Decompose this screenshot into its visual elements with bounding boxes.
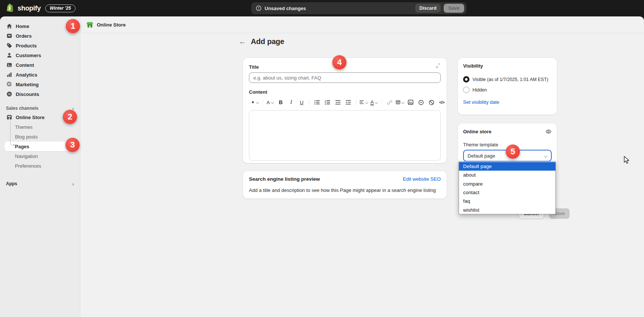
shopify-bag-icon: [6, 3, 15, 13]
annotation-step-4: 4: [332, 55, 346, 69]
breadcrumb: Online Store: [97, 22, 126, 28]
visibility-card-title: Visibility: [463, 63, 552, 69]
storefront-icon: [6, 114, 12, 121]
sidebar-item-discounts[interactable]: Discounts: [3, 89, 77, 99]
shopify-logo-text: shopify: [18, 4, 41, 12]
eye-icon[interactable]: [545, 128, 552, 135]
text-style-button[interactable]: A: [265, 98, 275, 107]
dropdown-option-wishlist[interactable]: wishlist: [459, 205, 555, 214]
sidebar-item-analytics[interactable]: Analytics: [3, 70, 77, 80]
annotation-step-1: 1: [66, 19, 80, 33]
title-field-label: Title: [249, 64, 259, 70]
page-details-card: Title ✧✦ Content ✦ A B I U 123 A: [243, 58, 447, 163]
dropdown-option-compare[interactable]: compare: [459, 180, 555, 188]
storefront-green-icon: [86, 21, 93, 28]
unsaved-changes-label: Unsaved changes: [265, 6, 306, 11]
sub-item-label: Blog posts: [15, 134, 38, 140]
indent-button[interactable]: [343, 98, 354, 107]
select-value: Default page: [468, 153, 495, 159]
edit-website-seo-link[interactable]: Edit website SEO: [403, 176, 441, 182]
video-button[interactable]: [416, 98, 426, 107]
seo-card-title: Search engine listing preview: [249, 176, 320, 182]
title-input[interactable]: [249, 72, 441, 83]
sidebar-item-content[interactable]: Content: [3, 60, 77, 70]
magic-sparkle-button[interactable]: ✦: [250, 98, 260, 107]
bulleted-list-button[interactable]: [312, 98, 322, 107]
sidebar-item-customers[interactable]: Customers: [3, 50, 77, 60]
apps-label: Apps: [6, 181, 17, 186]
annotation-step-3: 3: [65, 138, 80, 152]
visibility-card: Visibility Visible (as of 1/7/2025, 1:01…: [458, 58, 557, 115]
main-content: Online Store ← Add page Title ✧✦ Content…: [80, 16, 644, 317]
dropdown-option-faq[interactable]: faq: [459, 197, 555, 205]
seo-preview-card: Search engine listing preview Edit websi…: [243, 171, 447, 199]
sidebar-item-label: Online Store: [16, 115, 44, 120]
sidebar-item-label: Content: [16, 62, 34, 68]
sales-channels-label: Sales channels: [6, 106, 38, 111]
discard-button[interactable]: Discard: [415, 4, 441, 13]
sidebar-item-label: Home: [16, 24, 29, 29]
sidebar-item-marketing[interactable]: Marketing: [3, 80, 77, 89]
sub-item-label: Themes: [15, 124, 33, 130]
home-icon: [6, 23, 12, 29]
shopify-logo[interactable]: shopify: [0, 3, 41, 13]
sidebar-item-themes[interactable]: Themes: [4, 122, 74, 132]
dropdown-option-contact[interactable]: contact: [459, 188, 555, 197]
save-button-top[interactable]: Save: [444, 4, 464, 13]
sidebar-item-blog-posts[interactable]: Blog posts: [4, 132, 74, 142]
apps-header[interactable]: Apps ›: [0, 180, 80, 188]
radio-unselected-icon[interactable]: [463, 87, 469, 93]
back-arrow-icon[interactable]: ←: [239, 38, 246, 46]
editor-toolbar: ✦ A B I U 123 A </>: [249, 97, 441, 108]
tag-icon: [6, 43, 12, 49]
alignment-button[interactable]: [358, 98, 369, 107]
svg-text:3: 3: [325, 103, 326, 105]
seo-card-description: Add a title and description to see how t…: [249, 187, 441, 193]
bold-button[interactable]: B: [275, 98, 286, 107]
set-visibility-date-link[interactable]: Set visibility date: [463, 99, 552, 105]
sidebar-item-pages[interactable]: Pages: [4, 142, 74, 151]
context-header: Online Store: [80, 16, 644, 33]
radio-label: Visible (as of 1/7/2025, 1:01 AM EST): [472, 77, 548, 82]
image-button[interactable]: [405, 98, 416, 107]
dropdown-option-default-page[interactable]: Default page: [459, 162, 555, 171]
table-button[interactable]: [395, 98, 405, 107]
tree-connector-arrowhead: [13, 144, 15, 146]
link-button[interactable]: [384, 98, 395, 107]
clear-formatting-button[interactable]: [426, 98, 437, 107]
mouse-cursor: [623, 156, 630, 166]
page-title: Add page: [251, 37, 284, 46]
bar-chart-icon: [6, 72, 12, 78]
content-field-label: Content: [249, 89, 441, 95]
version-badge: Winter '25: [45, 4, 76, 12]
sidebar-nav: Home Orders Products Customers Content A…: [0, 16, 80, 317]
underline-button[interactable]: U: [296, 98, 307, 107]
online-store-card-title: Online store: [463, 129, 492, 134]
sidebar-item-label: Marketing: [16, 82, 38, 87]
italic-button[interactable]: I: [286, 98, 296, 107]
alert-circle-icon: [256, 5, 262, 11]
chevron-down-icon: [545, 154, 547, 157]
content-icon: [6, 62, 12, 68]
sidebar-item-orders[interactable]: Orders: [3, 31, 77, 41]
sidebar-item-navigation[interactable]: Navigation: [4, 151, 74, 161]
numbered-list-button[interactable]: 123: [322, 98, 333, 107]
content-editor-area[interactable]: [249, 110, 441, 161]
code-view-button[interactable]: </>: [437, 98, 447, 107]
magic-sparkle-icon[interactable]: ✧✦: [434, 64, 441, 70]
sub-item-label: Pages: [15, 144, 29, 149]
sidebar-item-preferences[interactable]: Preferences: [4, 161, 74, 171]
outdent-button[interactable]: [333, 98, 343, 107]
unsaved-changes-banner: Unsaved changes Discard Save: [251, 2, 466, 14]
radio-selected-icon[interactable]: [463, 76, 469, 83]
chevron-right-icon: ›: [72, 181, 74, 187]
tree-connector-line: [10, 121, 13, 146]
sidebar-item-label: Customers: [16, 53, 41, 58]
text-color-button[interactable]: A: [369, 98, 379, 107]
sidebar-item-products[interactable]: Products: [3, 41, 77, 50]
annotation-step-5: 5: [506, 144, 520, 159]
visibility-option-visible[interactable]: Visible (as of 1/7/2025, 1:01 AM EST): [463, 76, 552, 83]
dropdown-option-about[interactable]: about: [459, 171, 555, 179]
sidebar-item-label: Analytics: [16, 72, 37, 78]
visibility-option-hidden[interactable]: Hidden: [463, 87, 552, 93]
